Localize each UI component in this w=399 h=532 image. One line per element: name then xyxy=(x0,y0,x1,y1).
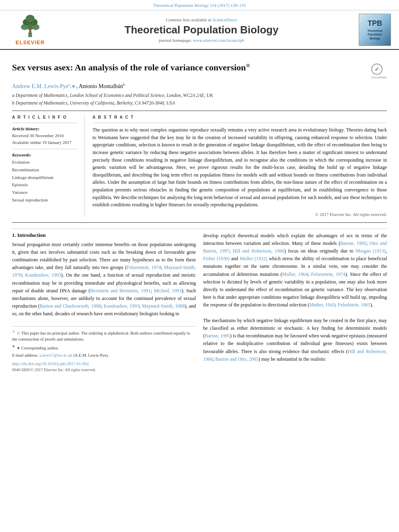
ref-muller1964[interactable]: Muller, 1964 xyxy=(282,271,308,277)
elsevier-logo: ELSEVIER xyxy=(8,14,52,45)
divider-5 xyxy=(12,222,387,223)
authors-line: Andrew E.M. Lewis-Pyea,∗, Antonio Montal… xyxy=(12,82,387,90)
keyword-1: Evolution xyxy=(12,158,78,166)
journal-reference-text: Theoretical Population Biology 114 (2017… xyxy=(153,3,246,8)
affiliation-a: a Department of Mathematics, London Scho… xyxy=(12,92,387,99)
footnote-2: ∗ ∗ Corresponding author. xyxy=(12,344,196,351)
keyword-3: Linkage disequilibrium xyxy=(12,174,78,181)
ref-mather1943[interactable]: Mather, 1943 xyxy=(309,302,335,308)
footer-section: ☆ ☆ This paper has no principal author. … xyxy=(12,326,196,372)
journal-header: ELSEVIER Contents lists available at Sci… xyxy=(0,10,399,50)
body-left-text: Sexual propagation must certainly confer… xyxy=(12,241,196,318)
ref-kondrashov1993b[interactable]: Kondrashov, 1993 xyxy=(104,303,139,309)
journal-reference-bar: Theoretical Population Biology 114 (2017… xyxy=(0,0,399,10)
article-info-section: A R T I C L E I N F O Article history: R… xyxy=(12,115,387,217)
article-title: Sex versus asex: An analysis of the role… xyxy=(12,62,366,74)
article-info-right: A B S T R A C T The question as to why m… xyxy=(93,115,387,217)
ref-bernstein1991[interactable]: Bernstein and Bernstein, 1991 xyxy=(90,288,150,294)
article-title-section: Sex versus asex: An analysis of the role… xyxy=(12,62,387,79)
elsevier-logo-container: ELSEVIER xyxy=(8,14,52,45)
email-note: E-mail address: a.lewis7@lse.ac.uk (A.E.… xyxy=(12,352,196,359)
doi-link[interactable]: http://dx.doi.org/10.1016/j.tpb.2017.01.… xyxy=(12,361,196,366)
article-info-left: A R T I C L E I N F O Article history: R… xyxy=(12,115,84,217)
author-email[interactable]: a.lewis7@lse.ac.uk xyxy=(39,353,72,357)
journal-homepage-line: journal homepage: www.elsevier.com/locat… xyxy=(52,38,351,43)
ref-fisher1930[interactable]: Fisher (1930) xyxy=(203,256,230,261)
copyright-footer: 0040-5809/© 2017 Elsevier Inc. All right… xyxy=(12,368,196,372)
divider-4 xyxy=(93,123,387,123)
tpb-abbr: TPB xyxy=(368,19,382,28)
keyword-6: Sexual reproduction xyxy=(12,196,78,204)
main-content: Sex versus asex: An analysis of the role… xyxy=(0,50,399,372)
divider-2 xyxy=(12,123,78,123)
keywords-list: Evolution Recombination Linkage disequil… xyxy=(12,158,78,203)
keyword-4: Epistasis xyxy=(12,181,78,189)
ref-muller1932[interactable]: Muller (1932) xyxy=(240,256,267,261)
keyword-2: Recombination xyxy=(12,166,78,174)
keyword-5: Variance xyxy=(12,189,78,196)
body-right-column: develop explicit theoretical models whic… xyxy=(203,232,387,372)
ref-felselstein1965[interactable]: Felselstein, 1965 xyxy=(337,302,370,308)
ref-barton1995[interactable]: Barton, 1995 xyxy=(340,240,366,246)
journal-homepage-link[interactable]: www.elsevier.com/locate/tpb xyxy=(193,38,245,43)
divider-1 xyxy=(12,111,387,111)
abstract-heading: A B S T R A C T xyxy=(93,115,387,119)
svg-point-12 xyxy=(32,23,33,24)
elsevier-tree-icon xyxy=(14,14,46,38)
body-left-column: 1. Introduction Sexual propagation must … xyxy=(12,232,196,372)
contents-line: Contents lists available at ScienceDirec… xyxy=(52,17,351,22)
svg-point-10 xyxy=(29,20,31,22)
tpb-logo-container: TPB TheoreticalPopulationBiology xyxy=(351,14,391,46)
affiliations: a Department of Mathematics, London Scho… xyxy=(12,92,387,107)
article-history-label: Article history: xyxy=(12,126,78,131)
crossmark-icon[interactable]: ✓ xyxy=(371,64,383,75)
ref-kondrashov1993[interactable]: Kondrashov, 1993 xyxy=(25,272,61,278)
svg-point-11 xyxy=(27,23,28,24)
divider-3 xyxy=(12,149,78,149)
article-info-heading: A R T I C L E I N F O xyxy=(12,115,78,119)
affiliation-b: b Department of Mathematics, University … xyxy=(12,100,387,107)
ref-maynard1988[interactable]: Maynard-Smith, 1988 xyxy=(142,303,185,309)
footnote-1: ☆ ☆ This paper has no principal author. … xyxy=(12,329,196,343)
journal-header-center: Contents lists available at ScienceDirec… xyxy=(52,17,351,43)
svg-point-9 xyxy=(34,25,35,26)
copyright-line: © 2017 Elsevier Inc. All rights reserved… xyxy=(93,212,387,217)
body-section: 1. Introduction Sexual propagation must … xyxy=(12,228,387,372)
keywords-label: Keywords: xyxy=(12,152,78,157)
received-date: Received 30 November 2016 xyxy=(12,132,78,139)
elsevier-text: ELSEVIER xyxy=(16,39,45,45)
available-online-date: Available online 19 January 2017 xyxy=(12,139,78,146)
ref-michod1993[interactable]: Michod, 1993 xyxy=(154,288,181,294)
author-1-link[interactable]: Andrew E.M. Lewis-Pyea,∗ xyxy=(12,83,76,89)
ref-barton1998[interactable]: Barton and Charlesworth, 1998 xyxy=(40,303,101,309)
ref-hill1966[interactable]: Hill and Robertson, 1966 xyxy=(233,248,284,254)
body-right-text: develop explicit theoretical models whic… xyxy=(203,232,387,363)
journal-title: Theoretical Population Biology xyxy=(52,24,351,36)
abstract-text: The question as to why most complex orga… xyxy=(93,126,387,209)
tpb-full-name: TheoreticalPopulationBiology xyxy=(367,29,382,40)
science-direct-link[interactable]: ScienceDirect xyxy=(212,17,237,22)
ref-barton2005[interactable]: Barton and Otto, 2005 xyxy=(215,356,258,362)
ref-felsenstein1974b[interactable]: Felsenstein, 1974 xyxy=(311,271,346,277)
tpb-logo: TPB TheoreticalPopulationBiology xyxy=(359,14,391,46)
ref-barton1995b[interactable]: Barton, 1995 xyxy=(205,333,230,339)
svg-point-8 xyxy=(25,25,27,26)
section-1-heading: 1. Introduction xyxy=(12,232,196,238)
ref-felsenstein1974[interactable]: Felsenstein, 1974 xyxy=(127,265,161,270)
ref-morgan1913[interactable]: Morgan (1913) xyxy=(356,248,386,254)
